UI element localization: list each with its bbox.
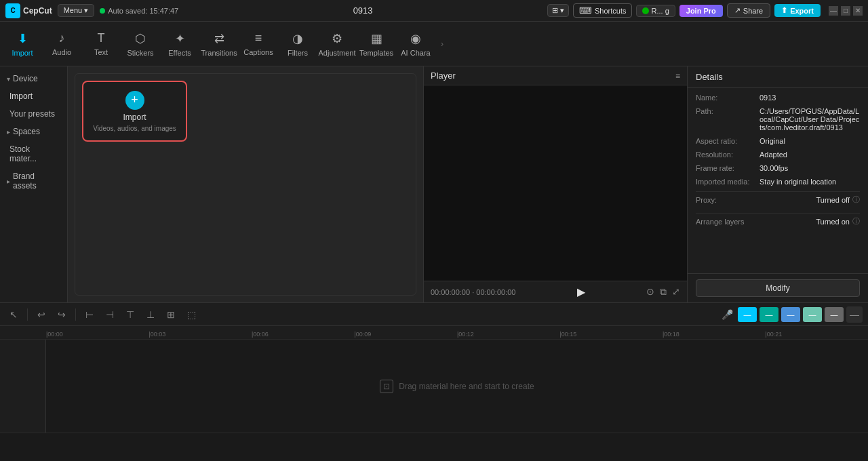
tool-audio-label: Audio	[52, 48, 71, 56]
time-separator: ·	[472, 288, 474, 296]
proxy-info-icon[interactable]: ⓘ	[852, 195, 860, 205]
chevron-down-icon: ▾	[7, 75, 10, 83]
details-header: Details	[688, 66, 868, 88]
tool-templates[interactable]: ▦ Templates	[357, 24, 396, 64]
mix-track-button[interactable]: —	[803, 307, 822, 322]
restore-button[interactable]: □	[841, 6, 850, 16]
top-right: ⊞ ▾ ⌨ Shortcuts R... g Join Pro ↗ Share …	[547, 3, 863, 18]
tool-audio[interactable]: ♪ Audio	[42, 24, 81, 64]
play-button[interactable]: ▶	[577, 285, 585, 298]
export-button[interactable]: ⬆ Export	[774, 4, 821, 17]
arrange-info-icon[interactable]: ⓘ	[852, 216, 860, 226]
top-bar: C CepCut Menu ▾ Auto saved: 15:47:47 091…	[0, 0, 868, 22]
ruler-label-2: |00:06	[252, 331, 269, 339]
window-controls: — □ ✕	[829, 6, 863, 16]
ruler-mark-5: |00:15	[560, 326, 663, 339]
audio-icon: ♪	[59, 31, 65, 45]
detail-arrange-value-group: Turned on ⓘ	[816, 216, 860, 226]
player-time: 00:00:00:00 · 00:00:00:00	[431, 288, 515, 296]
snapshot-button[interactable]: ⊙	[646, 286, 654, 298]
auto-save-dot	[100, 8, 105, 14]
delete-button[interactable]: ⊥	[142, 306, 159, 323]
layout-button[interactable]: ⊞ ▾	[547, 4, 569, 17]
adjustment-icon: ⚙	[332, 31, 342, 46]
effects-icon: ✦	[175, 31, 185, 46]
share-label: Share	[743, 7, 763, 15]
tool-captions-label: Captions	[243, 48, 273, 56]
fullscreen-button[interactable]: ⤢	[672, 286, 680, 298]
split-button[interactable]: ⊤	[122, 306, 138, 323]
details-body: Name: 0913 Path: C:/Users/TOPGUS/AppData…	[688, 88, 868, 273]
modify-button[interactable]: Modify	[696, 279, 860, 297]
filters-icon: ◑	[292, 31, 303, 46]
tool-stickers[interactable]: ⬡ Stickers	[121, 24, 160, 64]
tool-adjustment[interactable]: ⚙ Adjustment	[317, 24, 357, 64]
detail-proxy: Proxy: Turned off ⓘ	[696, 191, 860, 207]
crop-button[interactable]: ⧉	[660, 286, 667, 298]
toolbar-more-button[interactable]: ›	[435, 39, 449, 49]
spaces-section-header[interactable]: ▸ Spaces	[4, 123, 63, 140]
main-track-button[interactable]: —	[738, 307, 757, 322]
minimize-button[interactable]: —	[829, 6, 838, 16]
device-section-header[interactable]: ▾ Device	[4, 71, 63, 87]
close-button[interactable]: ✕	[853, 6, 863, 16]
ruler-label-6: |00:18	[663, 331, 679, 339]
select-tool-button[interactable]: ↖	[5, 306, 22, 323]
ruler-marks: |00:00 |00:03 |00:06 |00:09 |00:12 |00:1…	[46, 326, 868, 339]
device-label: Device	[13, 74, 38, 83]
share-button[interactable]: ↗ Share	[727, 3, 770, 18]
audio-track-button[interactable]: —	[781, 307, 800, 322]
split-after-button[interactable]: ⊣	[102, 306, 118, 323]
detail-name-value: 0913	[760, 94, 860, 102]
zoom-out-button[interactable]: —	[846, 306, 863, 323]
track-area[interactable]: ⊡ Drag material here and start to create	[46, 340, 868, 433]
player-right-buttons: ⊙ ⧉ ⤢	[646, 286, 680, 298]
left-panel: ▾ Device Import Your presets ▸ Spaces St…	[0, 66, 68, 302]
mic-button[interactable]: 🎤	[719, 306, 735, 323]
toolbar-separator	[27, 308, 28, 321]
detail-proxy-label: Proxy:	[696, 196, 757, 204]
ruler-label-4: |00:12	[457, 331, 474, 339]
sidebar-item-import[interactable]: Import	[4, 88, 63, 104]
undo-button[interactable]: ↩	[33, 306, 50, 323]
tool-filters[interactable]: ◑ Filters	[278, 24, 317, 64]
video-track-button[interactable]: —	[760, 307, 778, 322]
tool-text[interactable]: T Text	[81, 24, 121, 64]
detail-name: Name: 0913	[696, 94, 860, 102]
sidebar-item-stock[interactable]: Stock mater...	[4, 141, 63, 167]
tool-effects[interactable]: ✦ Effects	[160, 24, 199, 64]
freeze-button[interactable]: ⬚	[183, 306, 199, 323]
timeline-scrollbar[interactable]	[0, 433, 868, 438]
crop-timeline-button[interactable]: ⊞	[163, 306, 179, 323]
plus-icon: +	[131, 93, 138, 107]
sidebar-item-presets[interactable]: Your presets	[4, 106, 63, 122]
split-before-button[interactable]: ⊢	[81, 306, 98, 323]
shortcuts-button[interactable]: ⌨ Shortcuts	[573, 3, 632, 18]
import-zone[interactable]: + Import Videos, audios, and images	[82, 81, 187, 142]
menu-button[interactable]: Menu ▾	[58, 4, 95, 17]
ring-dot	[642, 7, 649, 14]
detail-arrange-label: Arrange layers	[696, 218, 757, 226]
templates-icon: ▦	[371, 31, 382, 46]
transitions-icon: ⇄	[214, 31, 224, 46]
tool-transitions[interactable]: ⇄ Transitions	[199, 24, 239, 64]
detail-imported-value: Stay in original location	[760, 178, 860, 186]
import-icon: ⬇	[18, 31, 28, 46]
logo: C CepCut	[5, 3, 52, 18]
player-menu-icon[interactable]: ≡	[675, 71, 680, 81]
redo-button[interactable]: ↪	[54, 306, 70, 323]
keyboard-icon: ⌨	[579, 5, 592, 16]
tool-ai-chara[interactable]: ◉ AI Chara	[396, 24, 435, 64]
effects-track-button[interactable]: —	[825, 307, 844, 322]
tool-captions[interactable]: ≡ Captions	[239, 24, 278, 64]
brand-section-header[interactable]: ▸ Brand assets	[4, 168, 63, 194]
ruler-mark-3: |00:09	[355, 326, 458, 339]
join-pro-button[interactable]: Join Pro	[679, 5, 723, 17]
tool-import[interactable]: ⬇ Import	[3, 24, 42, 64]
text-icon: T	[98, 31, 105, 45]
stickers-icon: ⬡	[135, 31, 146, 46]
ring-button[interactable]: R... g	[636, 5, 675, 17]
detail-imported-media: Imported media: Stay in original locatio…	[696, 178, 860, 186]
detail-path: Path: C:/Users/TOPGUS/AppData/Local/CapC…	[696, 107, 860, 132]
ruler-label-0: |00:00	[46, 331, 63, 339]
